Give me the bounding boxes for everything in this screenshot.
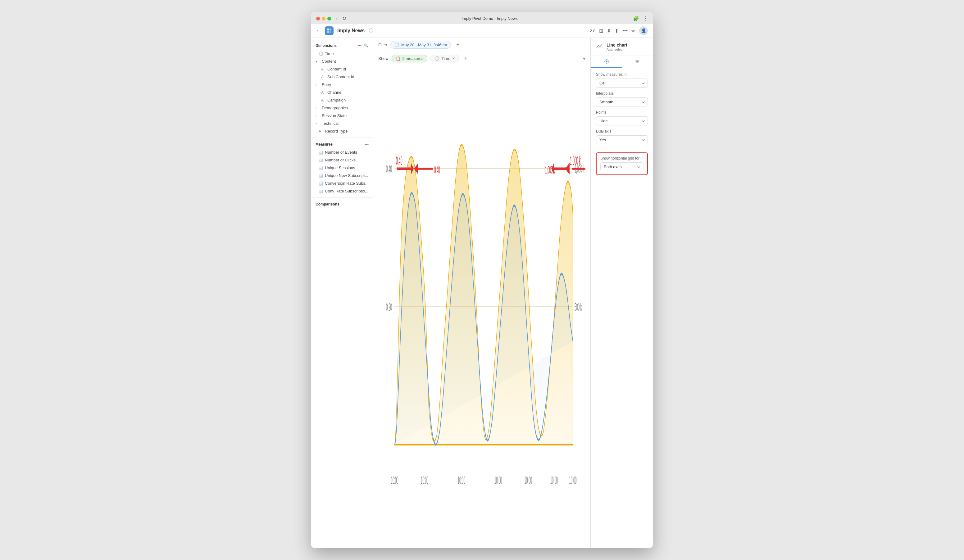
more-icon[interactable]: •••: [622, 28, 628, 34]
grid-icon[interactable]: ⊞: [599, 28, 603, 34]
sidebar-item-sub-content-id[interactable]: A Sub Content Id: [311, 73, 373, 81]
clock-icon: 🕐: [319, 52, 323, 56]
measure-pill[interactable]: 📋 2 measures: [392, 55, 428, 62]
sidebar-item-content[interactable]: ▾ Content: [311, 57, 373, 65]
points-select[interactable]: Hide Show: [596, 117, 648, 125]
text-icon3: A: [321, 90, 326, 95]
download-icon[interactable]: ⬇: [607, 28, 611, 34]
traffic-lights: [316, 17, 331, 21]
filter-pill[interactable]: 🕐 May 28 - May 31, 9:46am: [391, 41, 451, 49]
tab-filter[interactable]: [622, 56, 653, 68]
measure-pill-label: 2 measures: [402, 56, 423, 61]
chevron-right-icon3: ›: [316, 114, 320, 118]
sidebar-item-content-id[interactable]: A Content Id: [311, 65, 373, 73]
sidebar-item-campaign[interactable]: A Campaign: [311, 96, 373, 104]
chart-container: 0.40 0.20 1,000 k 500 k: [373, 65, 590, 548]
browser-window: ← ↻ Imply Pivot Demo - Imply News 🧩 ⋮ ← …: [311, 12, 653, 548]
svg-text:10:00: 10:00: [494, 474, 502, 486]
dimensions-header: Dimensions ••• 🔍: [311, 42, 373, 50]
expand-icon[interactable]: ▾: [583, 55, 585, 62]
svg-text:10:00: 10:00: [458, 474, 465, 486]
app-back-button[interactable]: ←: [316, 28, 321, 34]
svg-text:10:00: 10:00: [569, 474, 577, 486]
line-chart: 0.40 0.20 1,000 k 500 k: [378, 70, 585, 543]
sidebar-item-conv-rate[interactable]: 📊 Conv Rate Subscriptio...: [311, 187, 373, 195]
chart-type-sub: Auto select: [607, 47, 627, 51]
extension-icon[interactable]: 🧩: [633, 16, 639, 21]
measures-more-icon[interactable]: •••: [365, 142, 369, 146]
app-bar: ← Imply News ⓘ 2.0 ⊞ ⬇ ⬆ ••• ✏ 👤: [311, 24, 653, 38]
edit-icon[interactable]: ✏: [632, 28, 635, 34]
svg-text:0.40: 0.40: [396, 154, 402, 167]
sidebar-item-channel[interactable]: A Channel: [311, 88, 373, 96]
dual-axis-select[interactable]: Yes No: [596, 135, 648, 144]
chevron-right-icon4: ›: [316, 122, 320, 126]
svg-text:10:00: 10:00: [391, 474, 399, 486]
dual-axis-label: Dual axis: [596, 129, 648, 133]
back-nav-button[interactable]: ←: [335, 16, 340, 21]
chart-type-name: Line chart: [607, 42, 627, 47]
app-name: Imply News: [337, 28, 365, 34]
sidebar-item-entry[interactable]: › Entry: [311, 81, 373, 88]
text-icon: A: [321, 67, 326, 71]
show-measures-select[interactable]: Cell Row Column: [596, 78, 648, 88]
avatar-icon[interactable]: 👤: [639, 26, 648, 35]
bar-chart-icon6: 📊: [319, 189, 323, 193]
sidebar-item-unique-new-subscript[interactable]: 📊 Unique New Subscript...: [311, 172, 373, 179]
info-icon[interactable]: ⓘ: [369, 28, 373, 34]
sidebar-item-number-of-clicks[interactable]: 📊 Number of Clicks: [311, 156, 373, 164]
dimensions-more-icon[interactable]: •••: [357, 44, 362, 48]
svg-text:1,000 k: 1,000 k: [570, 154, 581, 167]
svg-text:10:00: 10:00: [524, 474, 532, 486]
refresh-nav-button[interactable]: ↻: [342, 16, 346, 21]
bar-chart-icon4: 📊: [319, 174, 323, 178]
interpolate-select[interactable]: Smooth Linear Step: [596, 97, 648, 107]
browser-titlebar: ← ↻ Imply Pivot Demo - Imply News 🧩 ⋮: [311, 12, 653, 24]
text-icon4: A: [321, 98, 326, 102]
show-horizontal-grid-label: Show horizontal grid for: [600, 156, 643, 161]
text-icon2: A: [321, 75, 326, 79]
points-label: Points: [596, 110, 648, 115]
filter-label: Filter: [378, 42, 387, 47]
filter-value: May 28 - May 31, 9:46am: [401, 42, 447, 47]
sidebar-item-time[interactable]: 🕐 Time: [311, 50, 373, 57]
svg-rect-1: [329, 29, 331, 31]
show-horizontal-grid-select[interactable]: Both axes Left axis Right axis None: [600, 162, 643, 171]
sidebar-item-technical[interactable]: › Technical: [311, 120, 373, 127]
comparisons-header: Comparisons: [311, 200, 373, 208]
sidebar-item-conversion-rate[interactable]: 📊 Conversion Rate Subs...: [311, 179, 373, 187]
sidebar: Dimensions ••• 🔍 🕐 Time ▾ Content A Cont…: [311, 38, 373, 548]
svg-text:10:00: 10:00: [550, 474, 558, 486]
page-title: Imply Pivot Demo - Imply News: [350, 16, 629, 21]
share-icon[interactable]: ⬆: [615, 28, 619, 34]
menu-icon[interactable]: ⋮: [643, 16, 648, 21]
show-horizontal-grid-section: Show horizontal grid for Both axes Left …: [596, 153, 648, 175]
svg-text:10:00: 10:00: [421, 474, 428, 486]
browser-actions: 🧩 ⋮: [633, 16, 648, 21]
text-icon5: A: [319, 129, 323, 133]
main-layout: Dimensions ••• 🔍 🕐 Time ▾ Content A Cont…: [311, 38, 653, 548]
line-chart-type-icon: [596, 42, 603, 51]
show-toolbar: Show 📋 2 measures 🕐 Time ✕ + ▾: [373, 52, 590, 65]
sidebar-item-session-state[interactable]: › Session State: [311, 112, 373, 120]
time-pill[interactable]: 🕐 Time ✕: [430, 55, 459, 62]
app-logo: [325, 26, 334, 35]
sidebar-item-record-type[interactable]: A Record Type: [311, 127, 373, 135]
svg-rect-3: [329, 31, 331, 33]
maximize-button[interactable]: [327, 17, 331, 21]
bar-chart-icon3: 📊: [319, 166, 323, 170]
dimensions-search-icon[interactable]: 🔍: [364, 44, 369, 48]
add-show-button[interactable]: +: [462, 55, 470, 62]
minimize-button[interactable]: [322, 17, 326, 21]
measures-header: Measures •••: [311, 140, 373, 148]
add-filter-button[interactable]: +: [454, 41, 461, 49]
sidebar-item-number-of-events[interactable]: 📊 Number of Events: [311, 148, 373, 156]
time-pill-close-button[interactable]: ✕: [452, 57, 455, 60]
chevron-right-icon2: ›: [316, 106, 320, 110]
tab-style[interactable]: [591, 56, 622, 68]
chevron-down-icon: ▾: [316, 59, 320, 63]
close-button[interactable]: [316, 17, 320, 21]
bar-chart-icon: 📊: [319, 150, 323, 154]
sidebar-item-demographics[interactable]: › Demographics: [311, 104, 373, 112]
sidebar-item-unique-sessions[interactable]: 📊 Unique Sessions: [311, 164, 373, 172]
